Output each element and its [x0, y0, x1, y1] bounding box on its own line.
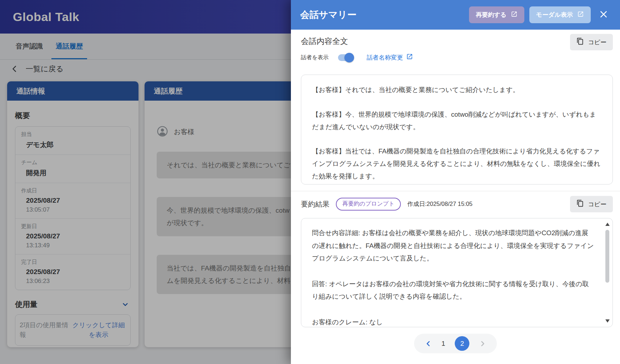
toggle-knob	[344, 53, 354, 62]
close-icon	[599, 10, 608, 20]
rename-speaker-link[interactable]: 話者名称変更	[367, 53, 413, 62]
external-link-icon	[406, 53, 413, 62]
summary-paragraph: お客様のクレーム: なし	[312, 316, 594, 327]
pagination-prev-button[interactable]	[425, 340, 432, 347]
conversation-summary-drawer: 会話サマリー 再要約する モーダル表示 会話内容全文	[291, 0, 620, 364]
summary-paragraph: 問合せ内容詳細: お客様は会社の概要や業務を紹介し、現状の地球環境問題やCO2削…	[312, 227, 594, 265]
copy-icon	[576, 199, 584, 209]
fulltext-heading: 会話内容全文	[301, 36, 348, 47]
resummarize-button[interactable]: 再要約する	[469, 6, 524, 23]
pagination-next-button[interactable]	[479, 340, 486, 347]
pager: 1 2	[414, 334, 497, 353]
drawer-body: 会話内容全文 コピー 話者を表示 話者名称変更	[291, 30, 620, 364]
resummarize-button-label: 再要約する	[476, 11, 506, 19]
scroll-down-arrow-icon[interactable]	[605, 319, 610, 323]
scroll-up-arrow-icon[interactable]	[605, 223, 610, 226]
fulltext-paragraph: 【お客様】今、世界的規模で地球環境の保護、cotwo削減などが叫ばれていますが、…	[312, 108, 602, 133]
speaker-display-toggle[interactable]	[338, 54, 353, 61]
external-link-icon	[577, 11, 584, 19]
section-divider	[291, 191, 620, 191]
copy-fulltext-button[interactable]: コピー	[570, 34, 613, 50]
scrollbar-thumb[interactable]	[605, 230, 609, 283]
copy-icon	[576, 37, 584, 47]
speaker-toggle-row: 話者を表示 話者名称変更	[301, 53, 413, 62]
resummary-prompt-badge[interactable]: 再要約のプロンプト	[336, 198, 401, 211]
copy-summary-button[interactable]: コピー	[570, 196, 613, 212]
summary-box: 問合せ内容詳細: お客様は会社の概要や業務を紹介し、現状の地球環境問題やCO2削…	[301, 218, 613, 327]
close-drawer-button[interactable]	[596, 7, 611, 23]
summary-heading: 要約結果	[301, 199, 329, 209]
speaker-toggle-label: 話者を表示	[301, 54, 329, 61]
summary-scrollbar[interactable]	[604, 221, 611, 325]
summary-paragraph: 回答: オペレータはお客様の会社の環境対策や省力化技術に関する情報を受け取り、今…	[312, 278, 594, 303]
pagination-page-1[interactable]: 1	[442, 340, 445, 348]
open-modal-button[interactable]: モーダル表示	[529, 6, 591, 23]
summary-header-row: 要約結果 再要約のプロンプト 作成日:2025/08/27 15:05	[301, 196, 473, 212]
drawer-title: 会話サマリー	[300, 9, 469, 21]
copy-button-label: コピー	[588, 38, 606, 46]
external-link-icon	[511, 11, 518, 19]
pagination: 1 2	[291, 334, 620, 353]
drawer-header: 会話サマリー 再要約する モーダル表示	[291, 0, 620, 30]
open-modal-button-label: モーダル表示	[536, 11, 573, 19]
summary-created-at: 作成日:2025/08/27 15:05	[407, 200, 473, 208]
fulltext-box: 【お客様】それでは、当社の概要と業務についてご紹介いたします。 【お客様】今、世…	[301, 75, 613, 184]
screen: Global Talk 音声認識 通話履歴 一覧に戻る 通話情報 概要 担当 デ…	[0, 0, 620, 364]
fulltext-paragraph: 【お客様】それでは、当社の概要と業務についてご紹介いたします。	[312, 84, 602, 96]
rename-speaker-label: 話者名称変更	[367, 54, 403, 62]
pagination-page-2-active[interactable]: 2	[455, 336, 469, 351]
fulltext-paragraph: 【お客様】当社では、FA機器の開発製造を自社独自の合理化技術により省力化見える化…	[312, 145, 602, 182]
copy-button-label: コピー	[588, 200, 606, 208]
